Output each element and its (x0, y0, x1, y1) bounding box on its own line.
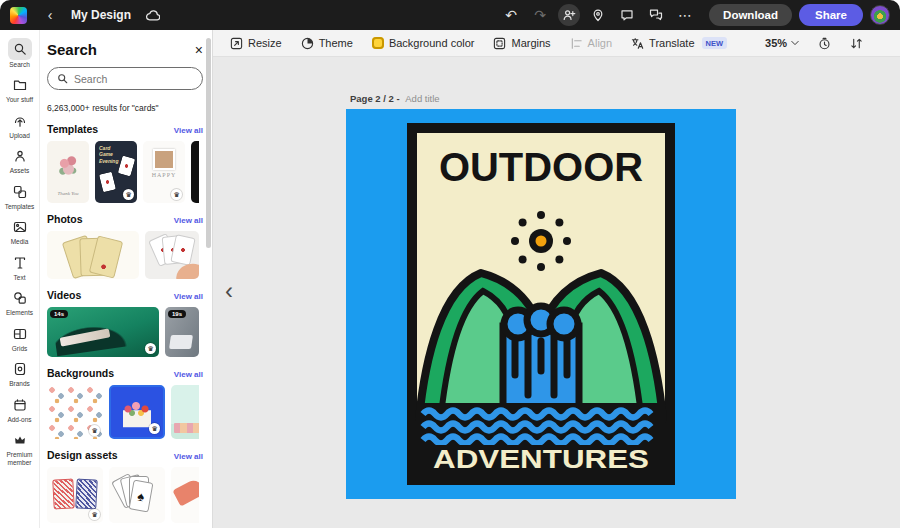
template-thumb[interactable]: Card Game Evening ♛ (95, 141, 137, 203)
view-all-backgrounds-link[interactable]: View all (174, 370, 203, 379)
waves-graphic (417, 403, 665, 447)
undo-icon[interactable]: ↶ (500, 4, 522, 26)
reorder-icon (850, 37, 863, 50)
premium-crown-badge-icon: ♛ (89, 425, 100, 436)
sidebar-item-premium[interactable]: Premium member (0, 427, 40, 470)
design-page[interactable]: OUTDOOR (346, 109, 736, 499)
panel-title: Search (47, 41, 97, 58)
translate-button[interactable]: Translate NEW (631, 37, 727, 50)
template-thumb[interactable]: HAPPY ♛ (143, 141, 185, 203)
photo-thumb[interactable] (145, 231, 199, 279)
card-back-graphic (52, 478, 75, 509)
resize-button[interactable]: Resize (230, 37, 282, 50)
sidebar-item-assets[interactable]: Assets (0, 143, 40, 178)
sidebar-item-text[interactable]: Text (0, 250, 40, 285)
feedback-icon[interactable] (645, 4, 667, 26)
add-ons-icon (8, 395, 32, 415)
video-duration-badge: 19s (168, 310, 186, 318)
premium-crown-badge-icon: ♛ (89, 509, 100, 520)
premium-crown-badge-icon: ♛ (171, 189, 182, 200)
design-asset-thumb[interactable] (171, 467, 199, 523)
sidebar-item-label: Templates (5, 203, 35, 210)
view-all-templates-link[interactable]: View all (174, 126, 203, 135)
sidebar-item-label: Search (9, 61, 30, 68)
download-button[interactable]: Download (709, 4, 792, 26)
adobe-express-logo-icon[interactable] (10, 7, 27, 24)
previous-page-icon[interactable]: ‹ (225, 279, 233, 303)
template-thumb[interactable] (191, 141, 199, 203)
view-all-design-assets-link[interactable]: View all (174, 452, 203, 461)
chevron-down-icon (791, 40, 799, 46)
sidebar-item-templates[interactable]: Templates (0, 179, 40, 214)
back-chevron-icon[interactable]: ‹ (39, 4, 61, 26)
location-pin-icon[interactable] (587, 4, 609, 26)
grids-icon (8, 324, 32, 344)
user-avatar[interactable] (870, 5, 890, 25)
share-button[interactable]: Share (799, 4, 863, 26)
zoom-control[interactable]: 35% (765, 37, 799, 49)
design-asset-thumb[interactable]: ♛ (47, 467, 103, 523)
background-thumb-selected[interactable]: ♛ (109, 385, 165, 439)
search-input[interactable] (74, 73, 193, 85)
background-color-button[interactable]: Background color (372, 37, 475, 49)
page-indicator: Page 2 / 2 - Add title (350, 93, 440, 104)
translate-icon (631, 37, 644, 50)
more-options-icon[interactable]: ⋯ (674, 4, 696, 26)
sidebar-item-media[interactable]: Media (0, 214, 40, 249)
theme-icon (301, 37, 314, 50)
panel-scrollbar[interactable] (206, 38, 211, 248)
sidebar-item-label: Premium member (1, 451, 39, 466)
poster-artwork[interactable]: OUTDOOR (407, 123, 675, 485)
sidebar-item-brands[interactable]: Brands (0, 356, 40, 391)
results-count: 6,263,000+ results for "cards" (47, 103, 203, 113)
view-all-photos-link[interactable]: View all (174, 216, 203, 225)
design-asset-thumb[interactable]: ♠ (109, 467, 165, 523)
close-icon[interactable]: × (195, 43, 203, 57)
template-thumb[interactable]: Thank You (47, 141, 89, 203)
sidebar-item-your-stuff[interactable]: Your stuff (0, 72, 40, 107)
sidebar-item-label: Elements (6, 309, 33, 316)
crown-icon (8, 430, 32, 450)
document-title[interactable]: My Design (71, 8, 131, 22)
templates-row: Thank You Card Game Evening ♛ HAPPY ♛ (47, 141, 199, 203)
timer-icon (818, 37, 831, 50)
sidebar-item-add-ons[interactable]: Add-ons (0, 392, 40, 427)
comment-icon[interactable] (616, 4, 638, 26)
margins-icon (493, 37, 506, 50)
redo-icon[interactable]: ↷ (529, 4, 551, 26)
sidebar-item-label: Text (14, 274, 26, 281)
cloud-sync-icon (141, 4, 163, 26)
sidebar-rail: Search Your stuff Upload Assets Template… (0, 30, 40, 528)
reorder-button[interactable] (850, 37, 863, 50)
premium-crown-badge-icon: ♛ (123, 189, 134, 200)
person-icon (8, 146, 32, 166)
sidebar-item-upload[interactable]: Upload (0, 108, 40, 143)
search-icon (8, 38, 32, 60)
sidebar-item-grids[interactable]: Grids (0, 321, 40, 356)
add-title-field[interactable]: Add title (405, 93, 439, 104)
background-thumb[interactable]: ♛ (47, 385, 103, 439)
sun-center (536, 236, 547, 247)
canvas-body: Page 2 / 2 - Add title ‹ OUTDOOR (213, 57, 900, 528)
topbar: ‹ My Design ↶ ↷ ⋯ Download Share (0, 0, 900, 30)
theme-button[interactable]: Theme (301, 37, 353, 50)
template-caption: Thank You (47, 191, 89, 196)
background-thumb[interactable] (171, 385, 199, 439)
sidebar-item-elements[interactable]: Elements (0, 285, 40, 320)
timer-button[interactable] (818, 37, 831, 50)
template-caption: HAPPY (143, 172, 185, 178)
premium-crown-badge-icon: ♛ (149, 423, 160, 434)
section-title-videos: Videos (47, 289, 81, 301)
view-all-videos-link[interactable]: View all (174, 292, 203, 301)
photos-row (47, 231, 199, 279)
sidebar-item-search[interactable]: Search (0, 35, 40, 72)
invite-user-icon[interactable] (558, 4, 580, 26)
backgrounds-row: ♛ ♛ (47, 385, 199, 439)
video-thumb[interactable]: 14s ♛ (47, 307, 159, 357)
photo-thumb[interactable] (47, 231, 139, 279)
video-thumb[interactable]: 19s (165, 307, 199, 357)
spade-icon: ♠ (136, 488, 145, 504)
upload-icon (8, 111, 32, 131)
page-number-label: Page 2 / 2 - (350, 93, 400, 104)
margins-button[interactable]: Margins (493, 37, 550, 50)
